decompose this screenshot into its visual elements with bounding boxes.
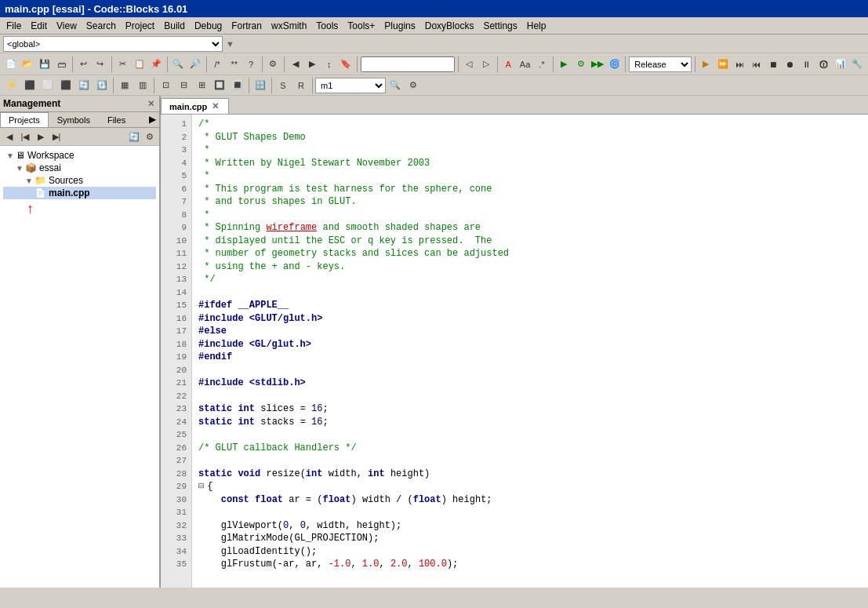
global-scope-select[interactable]: <global> <box>3 36 223 52</box>
nav-back[interactable]: ◀ <box>2 129 16 144</box>
scope-select[interactable]: m1 <box>315 78 386 93</box>
run-green-btn[interactable]: ▶ <box>557 56 572 73</box>
menu-file[interactable]: File <box>2 19 26 33</box>
save-button[interactable]: 💾 <box>37 56 52 73</box>
t2-btn4[interactable]: ⬛ <box>57 77 74 94</box>
copy-button[interactable]: 📋 <box>132 56 147 73</box>
debug-misc8[interactable]: 📊 <box>833 56 848 73</box>
jump-button[interactable]: ↕ <box>321 56 336 73</box>
editor-tab-main[interactable]: main.cpp ✕ <box>161 98 229 114</box>
toolbar2: ⚡ ⬛ ⬜ ⬛ 🔄 🔃 ▦ ▥ ⊡ ⊟ ⊞ 🔲 🔳 🔡 S R m1 🔍 ⚙ <box>0 75 868 96</box>
comment-button[interactable]: /* <box>209 56 224 73</box>
editor-tab-close[interactable]: ✕ <box>210 101 220 111</box>
nav-fwd[interactable]: ▶ <box>34 129 48 144</box>
panel-arrow-right[interactable]: ▶ <box>146 112 159 127</box>
t2-btn14[interactable]: 🔡 <box>252 77 269 94</box>
bookmark-button[interactable]: 🔖 <box>338 56 353 73</box>
paste-button[interactable]: 📌 <box>148 56 163 73</box>
prev-button[interactable]: ◀ <box>288 56 303 73</box>
t2-btn12[interactable]: 🔲 <box>211 77 228 94</box>
menu-wxsmith[interactable]: wxSmith <box>267 19 311 33</box>
nav-end[interactable]: ▶| <box>49 129 64 144</box>
tree-workspace[interactable]: ▼ 🖥 Workspace <box>3 149 156 162</box>
debug-misc5[interactable]: ⏺ <box>783 56 797 73</box>
regex-btn[interactable]: .* <box>534 56 549 73</box>
next-button[interactable]: ▶ <box>305 56 320 73</box>
stop-build-btn[interactable]: 🌀 <box>607 56 622 73</box>
t2-btn13[interactable]: 🔳 <box>229 77 246 94</box>
build-btn[interactable]: ⚙ <box>573 56 588 73</box>
t2-btn9[interactable]: ⊡ <box>157 77 174 94</box>
undo-button[interactable]: ↩ <box>76 56 91 73</box>
tab-files[interactable]: Files <box>99 112 134 127</box>
menu-doxyblocks[interactable]: DoxyBlocks <box>420 19 479 33</box>
replace-button[interactable]: 🔎 <box>187 56 202 73</box>
menu-toolsplus[interactable]: Tools+ <box>343 19 380 33</box>
t2-btn3[interactable]: ⬜ <box>39 77 56 94</box>
t2-btn2[interactable]: ⬛ <box>21 77 38 94</box>
panel-close-btn[interactable]: ✕ <box>146 99 156 109</box>
sources-toggle[interactable]: ▼ <box>25 177 33 185</box>
workspace-toggle[interactable]: ▼ <box>6 151 14 160</box>
search-fwd[interactable]: ▷ <box>478 56 493 73</box>
build-config-select[interactable]: Release <box>629 56 691 72</box>
t2-btn6[interactable]: 🔃 <box>93 77 111 94</box>
tree-sources[interactable]: ▼ 📁 Sources <box>3 174 156 187</box>
t2-btn16[interactable]: R <box>292 77 310 94</box>
debug-misc7[interactable]: ⏼ <box>816 56 831 73</box>
debug-misc9[interactable]: 🔧 <box>850 56 865 73</box>
t2-scope-settings[interactable]: ⚙ <box>405 77 422 94</box>
debug-misc6[interactable]: ⏸ <box>799 56 814 73</box>
redo-button[interactable]: ↪ <box>93 56 107 73</box>
match-case-btn[interactable]: Aa <box>518 56 532 73</box>
t2-btn8[interactable]: ▥ <box>134 77 151 94</box>
debug-run-btn[interactable]: ▶ <box>698 56 713 73</box>
save-all-button[interactable]: 🗃 <box>53 56 68 73</box>
docs-button[interactable]: ** <box>227 56 242 73</box>
tab-symbols[interactable]: Symbols <box>49 112 99 127</box>
highlight-btn[interactable]: A <box>500 56 515 73</box>
help-btn[interactable]: ? <box>243 56 258 73</box>
menu-settings[interactable]: Settings <box>478 19 521 33</box>
menu-plugins[interactable]: Plugins <box>380 19 419 33</box>
t2-btn5[interactable]: 🔄 <box>75 77 93 94</box>
t2-btn10[interactable]: ⊟ <box>175 77 192 94</box>
sources-icon: 📁 <box>35 175 46 186</box>
tree-project[interactable]: ▼ 📦 essai <box>3 162 156 174</box>
search-back[interactable]: ◁ <box>462 56 477 73</box>
debug-misc1[interactable]: ⏩ <box>715 56 730 73</box>
build-run-btn[interactable]: ▶▶ <box>590 56 605 73</box>
menu-fortran[interactable]: Fortran <box>227 19 267 33</box>
t2-btn1[interactable]: ⚡ <box>3 77 20 94</box>
open-button[interactable]: 📂 <box>20 56 35 73</box>
nav-options[interactable]: ⚙ <box>143 129 157 144</box>
file-label: main.cpp <box>49 187 90 198</box>
tree-main-cpp[interactable]: 📄 main.cpp <box>3 187 156 199</box>
menu-search[interactable]: Search <box>82 19 121 33</box>
code-content[interactable]: /* * GLUT Shapes Demo * * Written by Nig… <box>192 115 868 588</box>
t2-btn11[interactable]: ⊞ <box>193 77 210 94</box>
project-toggle[interactable]: ▼ <box>16 164 24 173</box>
find-button[interactable]: 🔍 <box>171 56 186 73</box>
nav-refresh[interactable]: 🔄 <box>127 129 141 144</box>
sources-label: Sources <box>49 175 83 186</box>
search-toolbar-input[interactable] <box>361 56 455 72</box>
menu-help[interactable]: Help <box>522 19 551 33</box>
debug-misc2[interactable]: ⏭ <box>732 56 746 73</box>
menu-view[interactable]: View <box>52 19 82 33</box>
menu-build[interactable]: Build <box>159 19 190 33</box>
menu-tools[interactable]: Tools <box>311 19 343 33</box>
menu-project[interactable]: Project <box>121 19 159 33</box>
menu-debug[interactable]: Debug <box>190 19 227 33</box>
t2-scope-find[interactable]: 🔍 <box>387 77 404 94</box>
tab-projects[interactable]: Projects <box>0 112 49 127</box>
nav-top[interactable]: |◀ <box>18 129 32 144</box>
debug-misc4[interactable]: ⏹ <box>765 56 780 73</box>
new-button[interactable]: 📄 <box>3 56 18 73</box>
btn-misc1[interactable]: ⚙ <box>266 56 281 73</box>
cut-button[interactable]: ✂ <box>114 56 129 73</box>
debug-misc3[interactable]: ⏮ <box>749 56 764 73</box>
menu-edit[interactable]: Edit <box>26 19 52 33</box>
t2-btn15[interactable]: S <box>274 77 292 94</box>
t2-btn7[interactable]: ▦ <box>116 77 133 94</box>
